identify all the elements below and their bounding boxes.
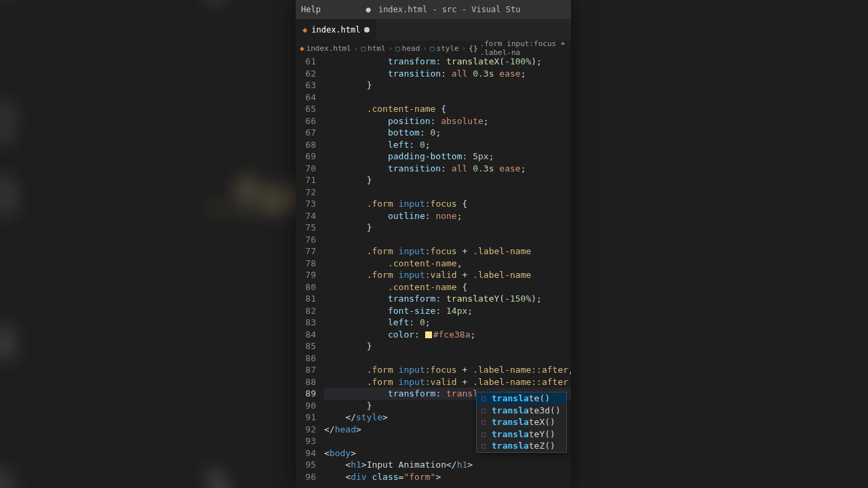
tab-bar: ◆ index.html bbox=[296, 19, 571, 41]
function-icon: ⬚ bbox=[479, 430, 488, 438]
chevron-right-icon: › bbox=[354, 44, 359, 53]
chevron-right-icon: › bbox=[462, 44, 467, 53]
suggest-item[interactable]: ⬚translate() bbox=[477, 392, 566, 405]
bc-file[interactable]: index.html bbox=[307, 44, 351, 53]
function-icon: ⬚ bbox=[479, 394, 488, 403]
line-number-gutter: 6162636465666768697071727374757677787980… bbox=[296, 56, 321, 483]
style-icon: ▢ bbox=[430, 44, 435, 53]
html-icon: ▢ bbox=[361, 44, 366, 53]
suggest-item[interactable]: ⬚translate3d() bbox=[477, 405, 566, 417]
title-text: index.html - src - Visual Stu bbox=[378, 5, 521, 14]
bc-style[interactable]: style bbox=[437, 44, 459, 53]
bc-html[interactable]: html bbox=[368, 44, 386, 53]
title-bar: Help ● index.html - src - Visual Stu bbox=[296, 0, 571, 19]
tab-label: index.html bbox=[311, 25, 360, 35]
bc-head[interactable]: head bbox=[402, 44, 420, 53]
menu-help[interactable]: Help bbox=[301, 5, 321, 14]
function-icon: ⬚ bbox=[479, 406, 488, 414]
modified-indicator-icon: ● bbox=[366, 5, 370, 14]
html-file-icon: ◆ bbox=[302, 25, 307, 35]
suggest-item[interactable]: ⬚translateZ() bbox=[477, 440, 566, 452]
chevron-right-icon: › bbox=[422, 44, 427, 53]
autocomplete-popup[interactable]: ⬚translate()⬚translate3d()⬚translateX()⬚… bbox=[476, 392, 567, 453]
breadcrumb[interactable]: ◆ index.html › ▢ html › ▢ head › ▢ style… bbox=[296, 41, 571, 56]
suggest-item[interactable]: ⬚translateX() bbox=[477, 416, 566, 428]
selector-icon: {} bbox=[469, 44, 477, 53]
bc-selector[interactable]: .form input:focus + .label-na bbox=[480, 41, 567, 56]
bg-gutter: 71 7273 74 75 76 77 78 79 80 81 82 83 bbox=[0, 0, 17, 488]
file-icon: ◆ bbox=[300, 44, 304, 53]
tab-modified-icon bbox=[364, 27, 370, 33]
function-icon: ⬚ bbox=[479, 442, 488, 450]
tab-index-html[interactable]: ◆ index.html bbox=[296, 19, 376, 41]
head-icon: ▢ bbox=[395, 44, 400, 53]
chevron-right-icon: › bbox=[389, 44, 393, 53]
window-title: ● index.html - src - Visual Stu bbox=[321, 5, 566, 14]
function-icon: ⬚ bbox=[479, 418, 488, 426]
suggest-item[interactable]: ⬚translateY() bbox=[477, 428, 566, 441]
